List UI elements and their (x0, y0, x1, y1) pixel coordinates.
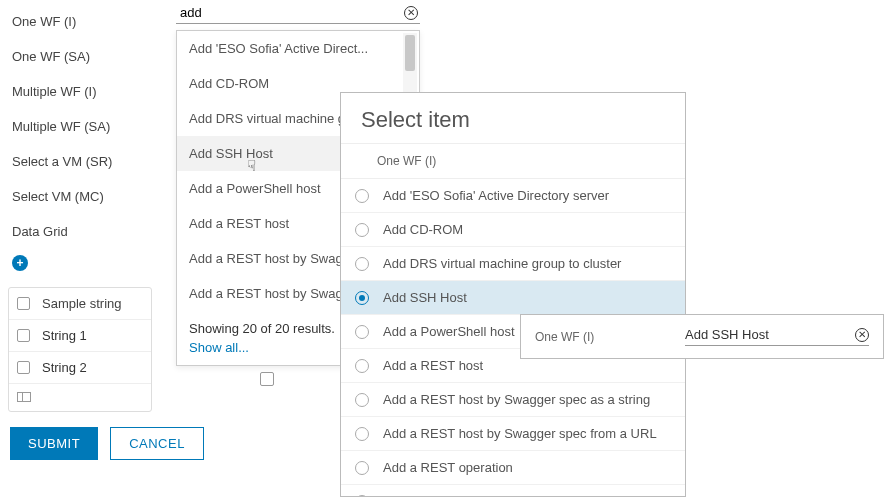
nav-select-vm-mc[interactable]: Select VM (MC) (8, 179, 152, 214)
list-item-label: Add a REST host by Swagger spec from a U… (383, 426, 657, 441)
dropdown-item[interactable]: Add 'ESO Sofia' Active Direct... (177, 31, 419, 66)
nav-select-vm-sr[interactable]: Select a VM (SR) (8, 144, 152, 179)
columns-icon[interactable] (17, 392, 31, 402)
radio-icon (355, 189, 369, 203)
list-item[interactable]: Add a REST operation (341, 451, 685, 485)
list-item-label: Add a REST host (383, 358, 483, 373)
nav-one-wf-sa[interactable]: One WF (SA) (8, 39, 152, 74)
row-checkbox[interactable] (17, 329, 30, 342)
table-cell: String 2 (42, 360, 87, 375)
search-input[interactable] (178, 4, 404, 21)
row-checkbox[interactable] (17, 361, 30, 374)
selected-value-chip: One WF (I) Add SSH Host ✕ (520, 314, 884, 359)
chip-value: Add SSH Host (685, 327, 847, 342)
radio-icon (355, 393, 369, 407)
list-item[interactable]: Add a Root Folder to SSH Host (341, 485, 685, 496)
list-item-label: Add CD-ROM (383, 222, 463, 237)
select-item-panel: Select item One WF (I) Add 'ESO Sofia' A… (340, 92, 686, 497)
list-item-label: Add 'ESO Sofia' Active Directory server (383, 188, 609, 203)
list-item-label: Add SSH Host (383, 290, 467, 305)
table-cell: String 1 (42, 328, 87, 343)
submit-button[interactable]: SUBMIT (10, 427, 98, 460)
nav-multiple-wf-i[interactable]: Multiple WF (I) (8, 74, 152, 109)
list-item[interactable]: Add a REST host by Swagger spec from a U… (341, 417, 685, 451)
data-grid-table: Sample string String 1 String 2 (8, 287, 152, 412)
list-item-label: Add a Root Folder to SSH Host (383, 494, 564, 496)
clear-icon[interactable]: ✕ (855, 328, 869, 342)
table-header: Sample string (42, 296, 121, 311)
radio-icon (355, 359, 369, 373)
list-item[interactable]: Add a REST host by Swagger spec as a str… (341, 383, 685, 417)
list-item[interactable]: Add CD-ROM (341, 213, 685, 247)
chip-label: One WF (I) (535, 330, 685, 344)
checkbox[interactable] (260, 372, 274, 386)
radio-icon (355, 427, 369, 441)
list-item-label: Add a REST host by Swagger spec as a str… (383, 392, 650, 407)
list-item[interactable]: Add SSH Host (341, 281, 685, 315)
radio-icon (355, 495, 369, 497)
nav-multiple-wf-sa[interactable]: Multiple WF (SA) (8, 109, 152, 144)
radio-icon (355, 223, 369, 237)
radio-icon (355, 461, 369, 475)
cancel-button[interactable]: CANCEL (110, 427, 204, 460)
add-icon[interactable]: + (12, 255, 28, 271)
nav-data-grid[interactable]: Data Grid (8, 214, 152, 249)
list-item-label: Add a PowerShell host (383, 324, 515, 339)
radio-icon (355, 325, 369, 339)
clear-icon[interactable]: ✕ (404, 6, 418, 20)
list-item-label: Add a REST operation (383, 460, 513, 475)
list-item-label: Add DRS virtual machine group to cluster (383, 256, 621, 271)
list-item[interactable]: Add DRS virtual machine group to cluster (341, 247, 685, 281)
select-all-checkbox[interactable] (17, 297, 30, 310)
nav-one-wf-i[interactable]: One WF (I) (8, 4, 152, 39)
show-all-link[interactable]: Show all... (189, 340, 249, 355)
radio-icon (355, 257, 369, 271)
panel-title: Select item (341, 93, 685, 143)
radio-icon (355, 291, 369, 305)
panel-group-header: One WF (I) (341, 144, 685, 179)
list-item[interactable]: Add 'ESO Sofia' Active Directory server (341, 179, 685, 213)
scrollbar-thumb[interactable] (405, 35, 415, 71)
